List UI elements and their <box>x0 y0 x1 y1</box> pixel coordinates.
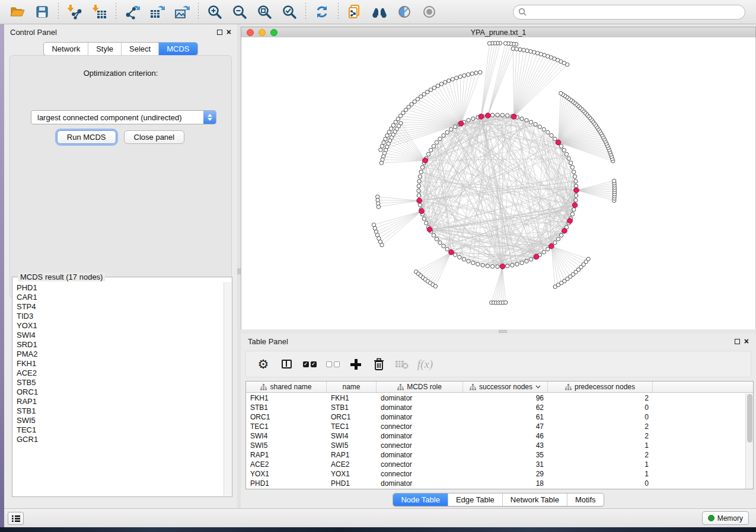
table-row[interactable]: TEC1TEC1connector472 <box>246 422 745 431</box>
import-table-button[interactable] <box>87 2 112 22</box>
table-cell[interactable]: PHD1 <box>327 479 377 488</box>
table-row[interactable]: ACE2ACE2connector311 <box>246 460 745 469</box>
table-tab-edge-table[interactable]: Edge Table <box>448 493 502 506</box>
table-row[interactable]: FKH1FKH1dominator962 <box>246 393 745 403</box>
table-row[interactable]: SWI4SWI4dominator462 <box>246 431 745 441</box>
table-cell[interactable]: dominator <box>377 403 463 412</box>
mcds-result-item[interactable]: SWI5 <box>17 416 224 425</box>
mcds-result-item[interactable]: PHD1 <box>17 283 224 293</box>
zoom-out-button[interactable] <box>227 2 252 22</box>
table-cell[interactable]: 1 <box>548 441 653 450</box>
table-cell[interactable]: ACE2 <box>246 460 327 469</box>
table-row[interactable]: PHD1PHD1dominator180 <box>246 479 745 488</box>
table-cell[interactable]: SWI4 <box>327 431 377 441</box>
table-cell[interactable]: ACE2 <box>327 460 377 469</box>
close-panel-button[interactable]: Close panel <box>124 130 185 144</box>
mcds-result-item[interactable]: ORC1 <box>17 387 224 397</box>
float-panel-icon[interactable] <box>217 30 222 35</box>
table-row[interactable]: STB1STB1dominator620 <box>246 403 745 412</box>
import-network-button[interactable] <box>62 2 87 22</box>
close-panel-icon[interactable]: × <box>744 338 749 344</box>
table-row[interactable]: RAP1RAP1dominator352 <box>246 450 745 460</box>
table-cell[interactable]: 1 <box>548 469 653 479</box>
table-cell[interactable]: dominator <box>377 450 463 460</box>
table-cell[interactable]: ORC1 <box>327 412 377 422</box>
tab-mcds[interactable]: MCDS <box>158 43 197 55</box>
mcds-result-scrollbar[interactable] <box>224 282 231 496</box>
mcds-result-item[interactable]: STP4 <box>17 302 224 312</box>
table-cell[interactable]: RAP1 <box>327 450 377 460</box>
table-row[interactable]: SWI5SWI5connector431 <box>246 441 745 450</box>
graphics-details-button[interactable] <box>392 2 417 22</box>
table-row[interactable]: YOX1YOX1connector291 <box>246 469 745 479</box>
table-cell[interactable]: dominator <box>377 479 463 488</box>
column-header-shared-name[interactable]: shared name <box>246 382 327 392</box>
add-column-button[interactable] <box>347 355 365 373</box>
table-cell[interactable]: 29 <box>463 469 548 479</box>
mcds-result-item[interactable]: PMA2 <box>17 350 224 359</box>
table-cell[interactable]: 62 <box>463 403 548 412</box>
table-tab-motifs[interactable]: Motifs <box>567 493 604 506</box>
close-panel-icon[interactable]: × <box>227 29 231 35</box>
mcds-result-item[interactable]: STB5 <box>17 378 224 387</box>
show-hide-details-button[interactable] <box>417 2 442 22</box>
table-cell[interactable]: FKH1 <box>327 393 377 403</box>
table-cell[interactable]: YOX1 <box>327 469 377 479</box>
mcds-result-item[interactable]: TEC1 <box>17 425 224 435</box>
open-session-button[interactable] <box>5 2 30 22</box>
table-cell[interactable]: connector <box>377 441 463 450</box>
deselect-all-button[interactable] <box>324 355 342 373</box>
export-image-button[interactable] <box>170 2 194 22</box>
mcds-result-item[interactable]: FKH1 <box>17 359 224 368</box>
table-cell[interactable]: 47 <box>463 422 548 431</box>
run-mcds-button[interactable]: Run MCDS <box>57 130 116 144</box>
table-cell[interactable]: connector <box>377 469 463 479</box>
export-table-button[interactable] <box>145 2 170 22</box>
column-header-name[interactable]: name <box>327 382 377 392</box>
column-header-mcds-role[interactable]: MCDS role <box>377 382 463 392</box>
mcds-result-item[interactable]: TID3 <box>17 312 224 321</box>
memory-button[interactable]: Memory <box>702 511 749 525</box>
table-cell[interactable]: 96 <box>463 393 548 403</box>
mcds-result-item[interactable]: CAR1 <box>17 293 224 302</box>
table-cell[interactable]: 0 <box>548 412 653 422</box>
export-network-button[interactable] <box>120 2 145 22</box>
table-cell[interactable]: connector <box>377 422 463 431</box>
show-columns-button[interactable] <box>277 355 295 373</box>
task-history-button[interactable] <box>8 512 24 525</box>
mcds-result-item[interactable]: YOX1 <box>17 321 224 331</box>
table-cell[interactable]: dominator <box>377 393 463 403</box>
table-cell[interactable]: 18 <box>463 479 548 488</box>
horizontal-splitter-grip[interactable] <box>499 330 507 333</box>
table-cell[interactable]: TEC1 <box>327 422 377 431</box>
table-scrollbar[interactable] <box>745 393 753 489</box>
table-cell[interactable]: PHD1 <box>246 479 327 488</box>
table-tab-node-table[interactable]: Node Table <box>393 493 448 506</box>
select-all-button[interactable]: ✓✓ <box>301 355 318 373</box>
table-row[interactable]: ORC1ORC1dominator610 <box>246 412 745 422</box>
table-cell[interactable]: SWI5 <box>246 441 327 450</box>
float-panel-icon[interactable] <box>735 339 740 344</box>
tab-select[interactable]: Select <box>121 43 158 55</box>
refresh-button[interactable] <box>310 2 334 22</box>
table-cell[interactable]: STB1 <box>246 403 327 412</box>
tab-network[interactable]: Network <box>44 43 88 55</box>
table-cell[interactable]: SWI4 <box>246 431 327 441</box>
table-settings-button[interactable]: ⚙ <box>254 355 272 373</box>
network-canvas[interactable] <box>241 37 756 329</box>
table-cell[interactable]: dominator <box>377 431 463 441</box>
mcds-result-item[interactable]: ACE2 <box>17 368 224 378</box>
mcds-result-item[interactable]: STB1 <box>17 406 224 416</box>
table-scrollbar-thumb[interactable] <box>747 394 752 443</box>
table-cell[interactable]: 46 <box>463 431 548 441</box>
network-titlebar[interactable]: YPA_prune.txt_1 <box>241 27 756 38</box>
new-network-from-selection-button[interactable] <box>342 2 367 22</box>
table-cell[interactable]: 0 <box>548 479 653 488</box>
table-cell[interactable]: 35 <box>463 450 548 460</box>
table-cell[interactable]: ORC1 <box>246 412 327 422</box>
column-header-predecessor-nodes[interactable]: predecessor nodes <box>548 382 653 392</box>
table-cell[interactable]: 2 <box>548 431 653 441</box>
table-cell[interactable]: FKH1 <box>246 393 327 403</box>
mcds-result-item[interactable]: SWI4 <box>17 331 224 340</box>
table-cell[interactable]: 0 <box>548 403 653 412</box>
